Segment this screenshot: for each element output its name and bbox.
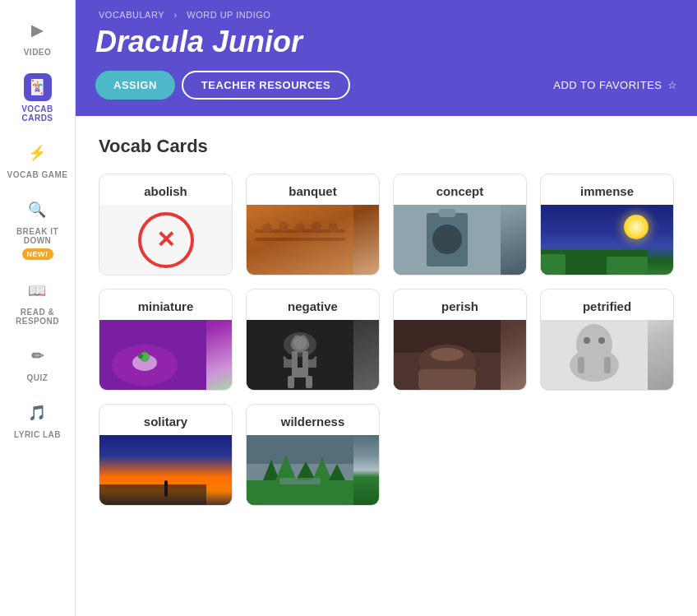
- svg-rect-39: [99, 484, 206, 505]
- assign-button[interactable]: ASSIGN: [95, 71, 175, 100]
- sidebar: ▶ VIDEO 🃏 VOCAB CARDS ⚡ VOCAB GAME 🔍 BRE…: [0, 0, 76, 616]
- favorites-label: ADD TO FAVORITES: [553, 79, 662, 91]
- svg-point-20: [138, 354, 143, 359]
- vocab-card-image-wilderness: [247, 435, 379, 505]
- sidebar-item-label: LYRIC LAB: [14, 430, 61, 439]
- sidebar-item-label: BREAK IT DOWN: [5, 227, 70, 245]
- main-content: VOCABULARY › WORD UP INDIGO Dracula Juni…: [76, 0, 697, 616]
- vocab-card-petrified[interactable]: petrified: [540, 289, 674, 391]
- vocab-card-perish[interactable]: perish: [393, 289, 527, 391]
- sidebar-item-label: QUIZ: [27, 373, 48, 382]
- vocab-card-label: miniature: [99, 289, 232, 320]
- vocab-game-icon: ⚡: [24, 139, 52, 167]
- svg-rect-37: [604, 357, 611, 373]
- vocab-card-label: petrified: [541, 289, 673, 320]
- vocab-card-image-immense: [541, 205, 673, 275]
- vocab-card-miniature[interactable]: miniature: [99, 289, 233, 391]
- read-respond-icon: 📖: [24, 276, 52, 304]
- sidebar-item-label: VOCAB GAME: [7, 170, 68, 179]
- svg-point-29: [431, 348, 464, 361]
- star-icon: ☆: [667, 79, 678, 91]
- vocab-card-image-concept: [394, 205, 526, 275]
- vocab-card-label: negative: [247, 289, 379, 320]
- svg-point-6: [312, 221, 321, 231]
- svg-rect-13: [541, 254, 565, 275]
- vocab-card-label: solitary: [99, 405, 232, 435]
- vocab-card-image-banquet: [247, 205, 379, 275]
- vocab-cards-grid: abolish banquet: [99, 174, 674, 506]
- sidebar-item-break-it-down[interactable]: 🔍 BREAK IT DOWN NEW!: [0, 188, 75, 268]
- svg-point-35: [570, 349, 619, 382]
- vocab-card-image-negative: [247, 320, 379, 390]
- vocab-card-negative[interactable]: negative: [246, 289, 380, 391]
- vocab-card-image-miniature: [99, 320, 232, 390]
- sidebar-item-lyric-lab[interactable]: 🎵 LYRIC LAB: [0, 391, 75, 447]
- svg-point-3: [262, 223, 272, 233]
- breadcrumb: VOCABULARY › WORD UP INDIGO: [95, 10, 677, 20]
- content-area: Vocab Cards abolish banquet: [76, 116, 697, 616]
- svg-point-33: [584, 337, 590, 344]
- video-icon: ▶: [24, 16, 52, 44]
- page-title: Dracula Junior: [95, 25, 677, 59]
- vocab-card-concept[interactable]: concept: [393, 174, 527, 276]
- svg-point-5: [295, 223, 305, 233]
- svg-rect-15: [607, 257, 648, 275]
- quiz-icon: ✏: [24, 342, 52, 370]
- breadcrumb-separator: ›: [174, 10, 178, 20]
- svg-point-4: [279, 221, 288, 231]
- header-buttons: ASSIGN TEACHER RESOURCES: [95, 71, 350, 100]
- vocab-card-label: abolish: [99, 174, 232, 205]
- teacher-resources-button[interactable]: TEACHER RESOURCES: [182, 71, 350, 100]
- vocab-card-image-petrified: [541, 320, 673, 390]
- new-badge: NEW!: [22, 248, 53, 260]
- svg-rect-11: [439, 209, 455, 217]
- svg-rect-2: [255, 238, 345, 241]
- vocab-card-immense[interactable]: immense: [540, 174, 674, 276]
- svg-rect-24: [288, 376, 294, 388]
- breadcrumb-wordUp: WORD UP INDIGO: [187, 10, 270, 20]
- sidebar-item-read-respond[interactable]: 📖 READ & RESPOND: [0, 268, 75, 334]
- vocab-card-abolish[interactable]: abolish: [99, 174, 233, 276]
- svg-point-10: [432, 225, 462, 254]
- break-it-down-icon: 🔍: [24, 196, 52, 224]
- vocab-card-label: concept: [394, 174, 526, 205]
- svg-rect-14: [570, 250, 602, 275]
- svg-rect-30: [418, 369, 476, 390]
- svg-rect-25: [306, 376, 312, 388]
- moon-decoration: [624, 215, 649, 239]
- vocab-card-label: perish: [394, 289, 526, 320]
- vocab-cards-icon: 🃏: [24, 73, 52, 101]
- svg-point-7: [328, 223, 338, 233]
- header-actions: ASSIGN TEACHER RESOURCES ADD TO FAVORITE…: [95, 71, 677, 100]
- add-favorites-button[interactable]: ADD TO FAVORITES ☆: [553, 79, 677, 91]
- silhouette-decoration: [164, 480, 168, 497]
- sidebar-item-quiz[interactable]: ✏ QUIZ: [0, 334, 75, 391]
- svg-point-34: [598, 337, 605, 344]
- svg-rect-48: [279, 478, 321, 484]
- sidebar-item-label: VOCAB CARDS: [5, 104, 70, 123]
- sidebar-item-label: READ & RESPOND: [5, 308, 70, 326]
- vocab-card-image-abolish: [99, 205, 232, 275]
- breadcrumb-vocab: VOCABULARY: [99, 10, 164, 20]
- vocab-card-label: wilderness: [247, 405, 379, 435]
- vocab-card-banquet[interactable]: banquet: [246, 174, 380, 276]
- svg-rect-36: [578, 357, 584, 373]
- page-header: VOCABULARY › WORD UP INDIGO Dracula Juni…: [76, 0, 697, 116]
- vocab-card-label: immense: [541, 174, 673, 205]
- lyric-lab-icon: 🎵: [24, 399, 52, 427]
- vocab-card-wilderness[interactable]: wilderness: [246, 404, 380, 506]
- vocab-card-image-solitary: [99, 435, 232, 505]
- svg-rect-38: [99, 435, 206, 505]
- section-title: Vocab Cards: [99, 136, 674, 157]
- vocab-card-solitary[interactable]: solitary: [99, 404, 233, 506]
- sidebar-item-video[interactable]: ▶ VIDEO: [0, 8, 75, 65]
- vocab-card-label: banquet: [247, 174, 379, 205]
- sidebar-item-vocab-cards[interactable]: 🃏 VOCAB CARDS: [0, 65, 75, 131]
- sidebar-item-label: VIDEO: [24, 48, 52, 57]
- sidebar-item-vocab-game[interactable]: ⚡ VOCAB GAME: [0, 131, 75, 188]
- vocab-card-image-perish: [394, 320, 526, 390]
